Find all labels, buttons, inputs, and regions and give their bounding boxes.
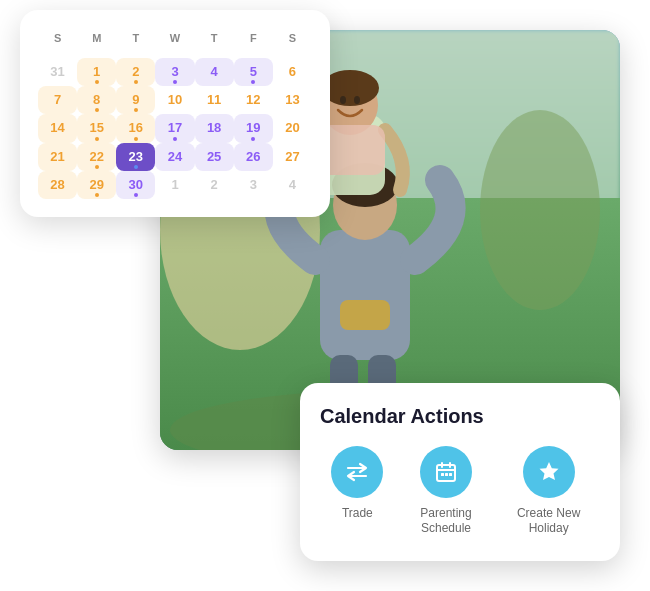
calendar-day[interactable]: 1 [77, 58, 116, 86]
calendar-day[interactable]: 2 [195, 171, 234, 199]
action-item-create-new-holiday[interactable]: Create New Holiday [509, 446, 589, 537]
day-dot [173, 80, 177, 84]
day-dot [251, 80, 255, 84]
day-dot [134, 80, 138, 84]
calendar-day[interactable]: 18 [195, 114, 234, 142]
calendar-day[interactable]: 7 [38, 86, 77, 114]
day-dot [251, 137, 255, 141]
calendar-day[interactable]: 4 [273, 171, 312, 199]
day-header: W [155, 30, 194, 50]
calendar-day[interactable]: 14 [38, 114, 77, 142]
calendar-day[interactable]: 15 [77, 114, 116, 142]
day-header: S [38, 30, 77, 50]
svg-rect-3 [320, 230, 410, 360]
calendar-day[interactable]: 19 [234, 114, 273, 142]
calendar-day[interactable]: 20 [273, 114, 312, 142]
calendar-day[interactable]: 1 [155, 171, 194, 199]
calendar-day[interactable]: 5 [234, 58, 273, 86]
calendar-day[interactable]: 31 [38, 58, 77, 86]
calendar-day[interactable]: 8 [77, 86, 116, 114]
day-dot [95, 108, 99, 112]
calendar-day[interactable]: 27 [273, 143, 312, 171]
calendar-day[interactable]: 12 [234, 86, 273, 114]
calendar-day[interactable]: 11 [195, 86, 234, 114]
scene: SMTWTFS 31123456789101112131415161718192… [0, 0, 650, 591]
svg-point-10 [354, 96, 360, 104]
svg-point-9 [340, 96, 346, 104]
action-label: Trade [342, 506, 373, 522]
day-dot [134, 193, 138, 197]
day-header: S [273, 30, 312, 50]
svg-point-1 [480, 110, 600, 310]
svg-rect-19 [445, 473, 448, 476]
day-dot [95, 165, 99, 169]
calendar-day[interactable]: 3 [155, 58, 194, 86]
calendar-day[interactable]: 13 [273, 86, 312, 114]
day-dot [134, 165, 138, 169]
calendar-day[interactable]: 6 [273, 58, 312, 86]
calendar-card: SMTWTFS 31123456789101112131415161718192… [20, 10, 330, 217]
actions-title: Calendar Actions [320, 405, 600, 428]
action-icon [331, 446, 383, 498]
action-icon [523, 446, 575, 498]
calendar-day[interactable]: 10 [155, 86, 194, 114]
svg-rect-16 [340, 300, 390, 330]
actions-card: Calendar Actions Trade Parenting Schedul… [300, 383, 620, 561]
calendar-day[interactable]: 16 [116, 114, 155, 142]
calendar-day[interactable]: 4 [195, 58, 234, 86]
day-dot [95, 193, 99, 197]
day-header: T [195, 30, 234, 50]
calendar-day[interactable]: 21 [38, 143, 77, 171]
calendar-day[interactable]: 24 [155, 143, 194, 171]
day-dot [173, 137, 177, 141]
day-header: T [116, 30, 155, 50]
day-dot [95, 80, 99, 84]
calendar-day[interactable]: 25 [195, 143, 234, 171]
action-item-parenting-schedule[interactable]: Parenting Schedule [406, 446, 486, 537]
calendar-day[interactable]: 29 [77, 171, 116, 199]
day-dot [95, 137, 99, 141]
calendar-day[interactable]: 26 [234, 143, 273, 171]
action-label: Create New Holiday [509, 506, 589, 537]
day-header: M [77, 30, 116, 50]
actions-row: Trade Parenting Schedule Create New Holi… [320, 446, 600, 537]
action-item-trade[interactable]: Trade [331, 446, 383, 522]
calendar-day-headers: SMTWTFS [38, 30, 312, 50]
action-icon [420, 446, 472, 498]
calendar-grid: 3112345678910111213141516171819202122232… [38, 58, 312, 199]
calendar-day[interactable]: 9 [116, 86, 155, 114]
day-header: F [234, 30, 273, 50]
calendar-day[interactable]: 3 [234, 171, 273, 199]
calendar-day[interactable]: 30 [116, 171, 155, 199]
calendar-day[interactable]: 23 [116, 143, 155, 171]
svg-rect-20 [449, 473, 452, 476]
calendar-day[interactable]: 28 [38, 171, 77, 199]
calendar-day[interactable]: 2 [116, 58, 155, 86]
day-dot [134, 108, 138, 112]
calendar-day[interactable]: 17 [155, 114, 194, 142]
day-dot [134, 137, 138, 141]
action-label: Parenting Schedule [406, 506, 486, 537]
calendar-day[interactable]: 22 [77, 143, 116, 171]
svg-rect-18 [441, 473, 444, 476]
